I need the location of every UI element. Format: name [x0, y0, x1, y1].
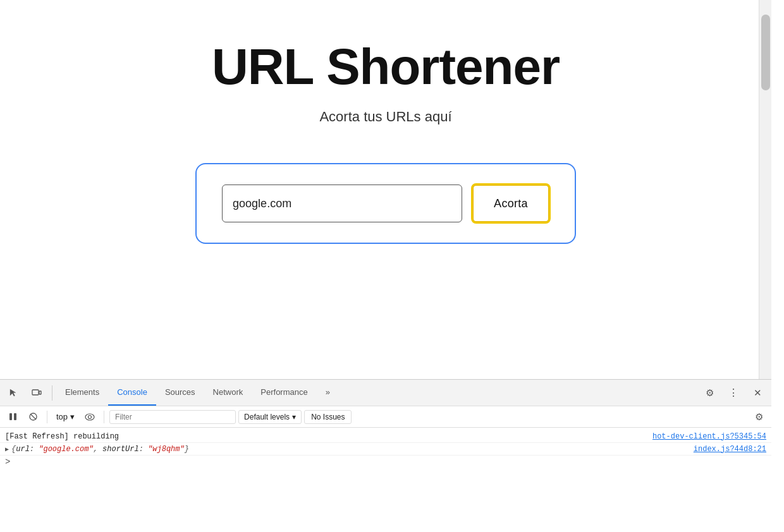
console-prompt[interactable]: > — [0, 456, 771, 468]
devtools-tab-bar: Elements Console Sources Network Perform… — [0, 380, 771, 406]
scrollbar[interactable] — [759, 0, 771, 379]
console-filter-input[interactable] — [109, 410, 236, 424]
url-input[interactable] — [222, 184, 462, 222]
svg-rect-1 — [39, 391, 41, 394]
inspect-element-icon[interactable] — [3, 382, 25, 404]
page-subtitle: Acorta tus URLs aquí — [319, 109, 451, 125]
url-object-link[interactable]: index.js?44d8:21 — [694, 445, 766, 454]
page-title: URL Shortener — [212, 38, 560, 96]
devtools-more-icon[interactable]: ⋮ — [722, 382, 745, 404]
context-selector[interactable]: top ▾ — [52, 411, 78, 423]
console-play-icon[interactable] — [4, 408, 21, 426]
scrollbar-thumb[interactable] — [761, 15, 770, 90]
console-line-url-object: ▶ {url: "google.com", shortUrl: "wj8qhm"… — [0, 443, 771, 456]
devtools-tabs-right: ⚙ ⋮ ✕ — [698, 382, 769, 404]
no-issues-button[interactable]: No Issues — [304, 410, 352, 424]
svg-point-7 — [89, 415, 92, 418]
expand-arrow[interactable]: ▶ — [5, 445, 9, 453]
fast-refresh-link[interactable]: hot-dev-client.js?5345:54 — [652, 432, 766, 441]
devtools-close-icon[interactable]: ✕ — [746, 382, 769, 404]
console-eye-icon[interactable] — [81, 408, 99, 426]
console-settings-icon[interactable]: ⚙ — [750, 408, 768, 426]
device-toolbar-icon[interactable] — [25, 382, 48, 404]
tab-sources[interactable]: Sources — [156, 380, 204, 406]
console-sep-2 — [104, 411, 104, 423]
svg-point-6 — [85, 414, 94, 420]
svg-line-5 — [30, 414, 36, 420]
main-content: URL Shortener Acorta tus URLs aquí Acort… — [0, 0, 771, 379]
tab-performance[interactable]: Performance — [252, 380, 316, 406]
acorta-button[interactable]: Acorta — [472, 184, 549, 222]
svg-rect-0 — [32, 390, 39, 395]
console-output: [Fast Refresh] rebuilding hot-dev-client… — [0, 428, 771, 532]
console-line-fast-refresh: [Fast Refresh] rebuilding hot-dev-client… — [0, 430, 771, 443]
url-form-container: Acorta — [195, 163, 576, 244]
console-toolbar: top ▾ Default levels ▾ No Issues ⚙ — [0, 406, 771, 428]
tab-more[interactable]: » — [317, 380, 339, 406]
tab-elements[interactable]: Elements — [56, 380, 108, 406]
tab-separator-1 — [52, 385, 52, 401]
default-levels-button[interactable]: Default levels ▾ — [238, 410, 302, 424]
devtools-panel: Elements Console Sources Network Perform… — [0, 379, 771, 532]
devtools-settings-icon[interactable]: ⚙ — [698, 382, 721, 404]
tab-console[interactable]: Console — [108, 380, 156, 406]
console-stop-icon[interactable] — [24, 408, 42, 426]
console-sep-1 — [47, 411, 47, 423]
tab-network[interactable]: Network — [204, 380, 252, 406]
fast-refresh-text: [Fast Refresh] rebuilding — [5, 432, 119, 441]
svg-rect-3 — [14, 413, 16, 420]
svg-rect-2 — [9, 413, 12, 420]
